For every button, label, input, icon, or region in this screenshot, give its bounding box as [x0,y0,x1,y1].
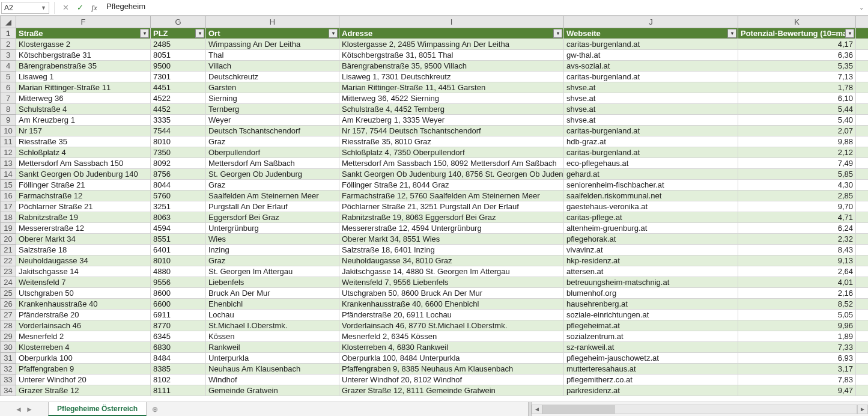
expand-formula-icon[interactable]: ⌄ [856,4,867,11]
col-header[interactable]: J [564,16,738,28]
cell[interactable]: Vorderlainsach 46 [16,320,151,331]
cell[interactable]: 7,33 [738,342,856,353]
row-header[interactable]: 2 [1,39,16,50]
cell[interactable]: 2,16 [738,288,856,299]
cell[interactable]: Sankt Georgen Ob Judenburg 140 [16,169,151,180]
cell[interactable]: Thal [206,50,339,61]
cell[interactable]: Lisaweg 1 [16,72,151,82]
cell[interactable]: Pfaffengraben 9 [16,364,151,375]
row-header[interactable]: 12 [1,147,16,158]
cell[interactable]: 7,13 [738,72,856,82]
cell[interactable]: 7350 [151,147,206,158]
cell[interactable]: 3251 [151,201,206,212]
cell[interactable]: gehard.at [564,169,738,180]
cell[interactable]: 4,30 [738,180,856,191]
cell[interactable] [856,234,869,245]
cell[interactable]: Bärengrabenstraße 35, 9500 Villach [339,61,564,72]
scroll-right-icon[interactable]: ► [857,405,868,414]
cell[interactable]: 4,71 [738,212,856,223]
cell[interactable] [856,93,869,104]
cell[interactable]: Sankt Georgen Ob Judenburg 140, 8756 St.… [339,169,564,180]
cell[interactable]: 4451 [151,82,206,93]
cell[interactable]: 8600 [151,288,206,299]
row-header[interactable]: 17 [1,201,16,212]
scroll-left-icon[interactable]: ◄ [532,405,542,414]
cell[interactable]: 8102 [151,375,206,385]
cell[interactable]: 2,12 [738,147,856,158]
cell[interactable]: 9,47 [738,385,856,396]
cell[interactable]: 2485 [151,39,206,50]
cell[interactable]: Liebenfels [206,277,339,288]
cell[interactable]: Oberpullendorf [206,147,339,158]
table-column-header[interactable]: Ort▾ [206,28,339,39]
col-header[interactable]: I [339,16,564,28]
cell[interactable]: Oberer Markt 34, 8551 Wies [339,234,564,245]
cell[interactable]: Rabnitzstraße 19, 8063 Eggersdorf Bei Gr… [339,212,564,223]
cell[interactable]: pflegemitherz.co.at [564,375,738,385]
cell[interactable]: blumenhof.org [564,288,738,299]
cell[interactable]: shvse.at [564,104,738,115]
cell[interactable]: 8010 [151,255,206,266]
cell[interactable]: Ternberg [206,104,339,115]
cell[interactable]: Unterer Windhof 20 [16,375,151,385]
row-header[interactable]: 15 [1,180,16,191]
cell[interactable]: 5,44 [738,104,856,115]
cell[interactable] [856,61,869,72]
cell[interactable]: 2,07 [738,126,856,136]
col-header[interactable]: G [151,16,206,28]
cell[interactable]: Oberpurkla 100 [16,353,151,364]
cell[interactable]: 8111 [151,385,206,396]
cell[interactable]: Graz [206,255,339,266]
cell[interactable]: Nr 157, 7544 Deutsch Tschantschendorf [339,126,564,136]
cell[interactable]: 4522 [151,93,206,104]
cell[interactable]: 9556 [151,277,206,288]
table-column-header[interactable]: Adresse▾ [339,28,564,39]
cell[interactable]: 8756 [151,169,206,180]
cell[interactable]: 2,32 [738,234,856,245]
cell[interactable]: Am Kreuzberg 1, 3335 Weyer [339,115,564,126]
cell[interactable]: Föllinger Straße 21, 8044 Graz [339,180,564,191]
cell[interactable]: 5,35 [738,61,856,72]
cell[interactable]: Untergrünburg [206,223,339,234]
row-header[interactable]: 4 [1,61,16,72]
cell[interactable]: 3,17 [738,364,856,375]
cell[interactable]: Messererstraße 12, 4594 Untergrünburg [339,223,564,234]
filter-dropdown-icon[interactable]: ▾ [727,29,736,38]
cell[interactable]: 7,83 [738,375,856,385]
cell[interactable] [856,136,869,147]
cell[interactable]: seniorenheim-fischbacher.at [564,180,738,191]
cell[interactable]: Grazer Straße 12, 8111 Gemeinde Gratwein [339,385,564,396]
tab-nav[interactable]: ◄ ► [0,402,48,416]
cell[interactable]: Grazer Straße 12 [16,385,151,396]
cell[interactable]: Inzing [206,245,339,255]
cell[interactable] [856,50,869,61]
cell[interactable]: Unterer Windhof 20, 8102 Windhof [339,375,564,385]
cell[interactable]: Pfaffengraben 9, 8385 Neuhaus Am Klausen… [339,364,564,375]
cell[interactable]: Graz [206,136,339,147]
cell[interactable]: 6345 [151,331,206,342]
confirm-icon[interactable]: ✓ [74,2,86,14]
filter-dropdown-icon[interactable]: ▾ [329,29,338,38]
cell[interactable]: Schulstraße 4 [16,104,151,115]
cell[interactable]: Unterpurkla [206,353,339,364]
row-header[interactable]: 9 [1,115,16,126]
cell[interactable] [856,191,869,201]
cell[interactable]: 2,64 [738,266,856,277]
cell[interactable]: 1,78 [738,82,856,93]
cell[interactable]: Weitensfeld 7, 9556 Liebenfels [339,277,564,288]
cell[interactable]: Krankenhausstraße 40 [16,299,151,310]
row-header[interactable]: 33 [1,375,16,385]
filter-dropdown-icon[interactable]: ▾ [195,29,204,38]
row-header[interactable]: 21 [1,245,16,255]
cell[interactable]: Garsten [206,82,339,93]
cell[interactable]: St.Michael I.Oberstmk. [206,320,339,331]
cell[interactable]: 8385 [151,364,206,375]
cell[interactable] [856,255,869,266]
cell[interactable] [856,342,869,353]
cell[interactable]: 6,10 [738,93,856,104]
table-column-header[interactable]: Straße▾ [16,28,151,39]
cell[interactable]: Oberer Markt 34 [16,234,151,245]
cell[interactable]: 6911 [151,310,206,320]
cell[interactable] [856,158,869,169]
cancel-icon[interactable]: ✕ [59,2,71,14]
